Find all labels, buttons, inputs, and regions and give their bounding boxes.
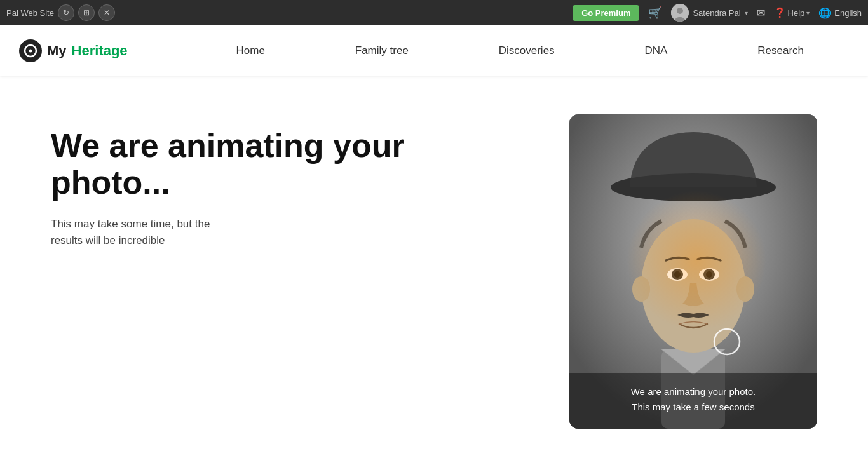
user-name: Satendra Pal: [693, 8, 740, 18]
photo-container: We are animating your photo. This may ta…: [569, 114, 817, 429]
lang-label: English: [834, 8, 862, 18]
go-premium-button[interactable]: Go Premium: [573, 5, 639, 21]
subtitle-line1: This may take some time, but the: [51, 218, 210, 230]
caption-line2: This may take a few seconds: [582, 400, 804, 415]
help-menu[interactable]: ❓ Help ▾: [774, 7, 810, 18]
page-title: We are animating your photo...: [51, 127, 531, 201]
main-content: We are animating your photo... This may …: [0, 76, 868, 451]
svg-point-1: [677, 8, 683, 14]
site-label: Pal Web Site: [6, 8, 54, 18]
nav-links: Home Family tree Discoveries DNA Researc…: [191, 25, 849, 76]
subtitle: This may take some time, but the results…: [51, 216, 531, 248]
logo-text: MyHeritage: [47, 43, 128, 59]
nav-home[interactable]: Home: [217, 25, 284, 76]
svg-point-5: [29, 49, 32, 52]
text-section: We are animating your photo... This may …: [51, 114, 531, 248]
topbar: Pal Web Site ↻ ⊞ ✕ Go Premium 🛒 Satendra…: [0, 0, 868, 25]
user-chevron-icon: ▾: [745, 10, 748, 17]
close-button[interactable]: ✕: [98, 4, 115, 21]
photo-caption: We are animating your photo. This may ta…: [569, 373, 817, 429]
topbar-right: Go Premium 🛒 Satendra Pal ▾ ✉ ❓ Help ▾ 🌐…: [573, 4, 862, 22]
help-chevron-icon: ▾: [806, 10, 810, 17]
logo[interactable]: MyHeritage: [19, 39, 159, 62]
svg-point-21: [627, 191, 766, 330]
subtitle-line2: results will be incredible: [51, 234, 165, 246]
photo-section: We are animating your photo. This may ta…: [569, 114, 817, 429]
user-avatar: [671, 4, 689, 22]
user-menu[interactable]: Satendra Pal ▾: [671, 4, 747, 22]
topbar-left: Pal Web Site ↻ ⊞ ✕: [6, 4, 115, 21]
globe-icon: 🌐: [818, 7, 831, 19]
refresh-button[interactable]: ↻: [58, 4, 74, 21]
cart-icon[interactable]: 🛒: [648, 6, 662, 20]
history-button[interactable]: ⊞: [78, 4, 95, 21]
nav-family-tree[interactable]: Family tree: [336, 25, 428, 76]
logo-heritage: Heritage: [72, 43, 128, 59]
help-label: Help: [788, 8, 805, 18]
nav-discoveries[interactable]: Discoveries: [480, 25, 574, 76]
mail-icon[interactable]: ✉: [757, 7, 765, 19]
nav-dna[interactable]: DNA: [625, 25, 686, 76]
main-navbar: MyHeritage Home Family tree Discoveries …: [0, 25, 868, 76]
help-circle-icon: ❓: [774, 7, 786, 18]
logo-icon: [19, 39, 42, 62]
caption-line1: We are animating your photo.: [582, 384, 804, 400]
language-menu[interactable]: 🌐 English: [818, 7, 862, 19]
nav-research[interactable]: Research: [738, 25, 823, 76]
logo-my: My: [47, 43, 67, 59]
